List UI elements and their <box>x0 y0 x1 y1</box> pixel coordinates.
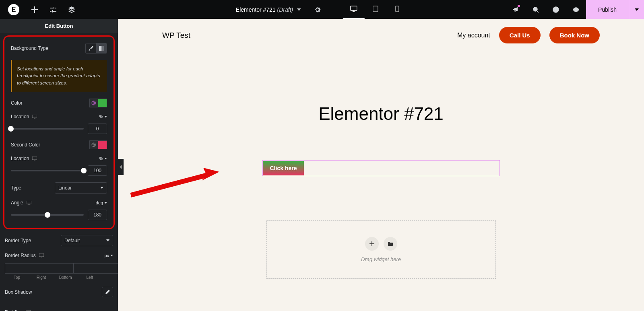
chevron-left-icon <box>120 165 122 169</box>
help-button[interactable] <box>546 0 566 19</box>
angle-unit[interactable]: deg <box>96 200 107 205</box>
radius-right[interactable] <box>73 263 118 274</box>
desktop-icon <box>32 115 37 119</box>
chevron-down-icon <box>104 116 107 117</box>
type-select[interactable]: Linear <box>55 182 107 194</box>
color-row: Color <box>6 95 112 111</box>
site-settings-button[interactable] <box>44 0 62 19</box>
button-widget-selected[interactable]: Click here <box>262 160 500 176</box>
page-heading: Elementor #721 <box>118 104 644 124</box>
border-radius-inputs <box>0 262 118 275</box>
second-color-global-button[interactable] <box>89 140 98 149</box>
chevron-down-icon <box>297 8 301 11</box>
search-icon <box>533 6 539 13</box>
svg-rect-12 <box>32 157 37 160</box>
document-title[interactable]: Elementor #721 (Draft) <box>236 6 293 13</box>
nav-call-us[interactable]: Call Us <box>499 27 541 43</box>
border-radius-label: Border Radius <box>5 253 44 258</box>
background-type-label: Background Type <box>11 45 48 51</box>
radius-top[interactable] <box>5 263 73 274</box>
nav-book-now[interactable]: Book Now <box>549 27 600 43</box>
chevron-down-icon <box>104 158 107 159</box>
finder-button[interactable] <box>526 0 546 19</box>
angle-slider[interactable] <box>11 214 84 216</box>
add-template-button[interactable] <box>384 237 397 251</box>
globe-icon <box>91 142 96 147</box>
second-color-swatch[interactable] <box>98 140 107 149</box>
border-radius-unit[interactable]: px <box>104 253 113 258</box>
padding-row: Padding px <box>0 306 118 311</box>
folder-icon <box>388 242 393 246</box>
doc-dropdown[interactable] <box>297 8 301 11</box>
angle-slider-row <box>6 209 112 223</box>
background-type-toggle <box>85 43 107 54</box>
site-title[interactable]: WP Test <box>162 31 190 40</box>
chevron-down-icon <box>104 202 107 204</box>
location2-unit[interactable]: % <box>99 156 107 161</box>
topbar-right: Publish <box>506 0 644 19</box>
gradient-info: Set locations and angle for each breakpo… <box>11 60 107 92</box>
location2-input[interactable] <box>88 165 107 176</box>
bg-gradient-button[interactable] <box>96 43 107 53</box>
add-widget-button[interactable] <box>365 237 379 251</box>
site-header: WP Test My account Call Us Book Now <box>118 19 644 51</box>
click-here-button[interactable]: Click here <box>263 161 304 175</box>
svg-rect-10 <box>32 115 37 118</box>
gear-icon <box>314 6 321 13</box>
preview-button[interactable] <box>566 0 586 19</box>
svg-rect-13 <box>27 201 31 204</box>
elementor-logo[interactable]: E <box>8 4 19 15</box>
location2-row: Location % <box>6 152 112 165</box>
chevron-down-icon <box>100 187 103 189</box>
device-desktop[interactable] <box>343 0 365 19</box>
structure-button[interactable] <box>62 0 81 19</box>
mobile-icon <box>395 6 399 12</box>
chevron-down-icon <box>635 8 639 11</box>
svg-rect-14 <box>39 253 44 257</box>
svg-rect-1 <box>373 6 378 12</box>
location1-slider[interactable] <box>11 128 84 130</box>
type-row: Type Linear <box>6 179 112 197</box>
add-element-button[interactable] <box>25 0 44 19</box>
nav-my-account[interactable]: My account <box>457 32 490 39</box>
color-global-button[interactable] <box>89 99 98 107</box>
empty-section[interactable]: Drag widget here <box>266 220 496 279</box>
bg-classic-button[interactable] <box>86 43 96 53</box>
page-settings-button[interactable] <box>308 0 327 19</box>
publish-button[interactable]: Publish <box>586 0 629 19</box>
svg-rect-8 <box>102 46 104 51</box>
location2-slider[interactable] <box>11 170 84 171</box>
type-label: Type <box>11 185 21 191</box>
angle-row: Angle deg <box>6 197 112 209</box>
sliders-icon <box>50 6 56 13</box>
svg-rect-6 <box>99 46 101 51</box>
box-shadow-label: Box Shadow <box>5 289 32 295</box>
svg-point-3 <box>533 7 537 11</box>
location1-slider-row <box>6 123 112 137</box>
angle-input[interactable] <box>88 210 107 220</box>
drop-actions <box>365 237 397 251</box>
border-type-select[interactable]: Default <box>61 235 113 246</box>
notifications-button[interactable] <box>506 0 526 19</box>
box-shadow-edit[interactable] <box>102 287 113 297</box>
dimension-labels: Top Right Bottom Left <box>0 275 118 280</box>
panel-header: Edit Button <box>0 19 118 33</box>
device-tablet[interactable] <box>365 0 386 19</box>
border-radius-row: Border Radius px <box>0 249 118 262</box>
location1-row: Location % <box>6 111 112 123</box>
desktop-icon <box>32 157 37 161</box>
location1-unit[interactable]: % <box>99 114 107 119</box>
color-swatch[interactable] <box>98 99 107 107</box>
layers-icon <box>68 6 75 13</box>
device-mobile[interactable] <box>386 0 408 19</box>
publish-options[interactable] <box>629 0 644 19</box>
desktop-icon <box>39 253 44 257</box>
brush-icon <box>89 46 93 51</box>
color-label: Color <box>11 100 23 106</box>
preview-canvas: WP Test My account Call Us Book Now Elem… <box>118 19 644 311</box>
eye-icon <box>573 6 579 13</box>
topbar: E Elementor #721 (Draft) <box>0 0 644 19</box>
desktop-icon <box>350 6 357 12</box>
location1-input[interactable] <box>88 124 107 134</box>
panel-collapse-button[interactable] <box>118 159 124 175</box>
